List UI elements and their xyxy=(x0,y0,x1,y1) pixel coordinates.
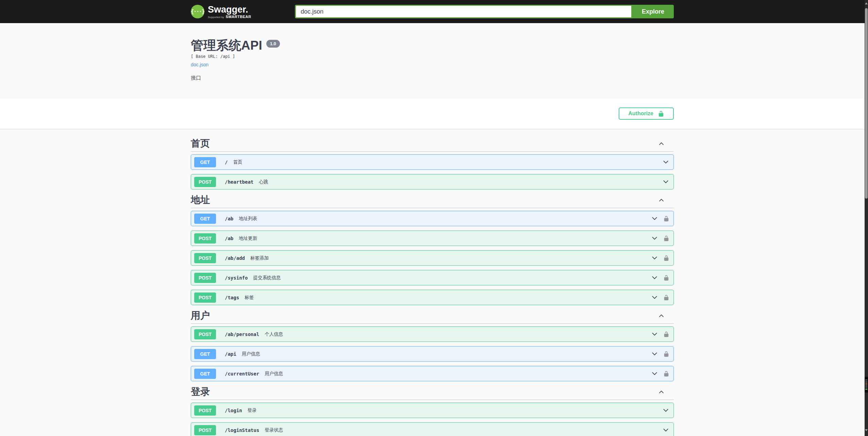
spec-url-input[interactable] xyxy=(295,5,632,18)
lock-icon[interactable] xyxy=(663,275,669,281)
section-header[interactable]: 用户 xyxy=(191,309,674,324)
scrollbar-up-button[interactable] xyxy=(865,2,868,4)
explore-button[interactable]: Explore xyxy=(632,5,674,18)
page-title: 管理系统API 1.0 xyxy=(191,38,674,53)
chevron-down-icon[interactable] xyxy=(662,407,669,414)
endpoint-row[interactable]: POST /heartbeat 心跳 xyxy=(191,174,674,189)
chevron-down-icon[interactable] xyxy=(651,350,658,357)
chevron-down-icon[interactable] xyxy=(651,274,658,281)
api-description: 接口 xyxy=(191,75,674,81)
lock-icon[interactable] xyxy=(663,331,669,337)
lock-icon[interactable] xyxy=(663,235,669,241)
logo-braces-glyph: {···} xyxy=(191,9,204,15)
lock-icon[interactable] xyxy=(663,295,669,301)
method-badge: POST xyxy=(194,177,216,187)
endpoint-row[interactable]: GET / 首页 xyxy=(191,154,674,170)
chevron-down-icon[interactable] xyxy=(651,370,658,377)
method-badge: POST xyxy=(194,233,216,244)
endpoint-path: /api xyxy=(225,351,236,357)
api-info-section: 管理系统API 1.0 [ Base URL: /api ] doc.json … xyxy=(0,23,865,98)
method-badge: POST xyxy=(194,405,216,416)
lock-icon[interactable] xyxy=(663,216,669,222)
endpoint-summary: 标签 xyxy=(245,295,254,301)
method-badge: POST xyxy=(194,425,216,435)
endpoint-path: /sysinfo xyxy=(225,275,248,281)
endpoint-list: GET /ab 地址列表 POST /ab 地址更新 POST /ab/add … xyxy=(191,208,674,305)
section-header[interactable]: 首页 xyxy=(191,137,674,152)
method-badge: POST xyxy=(194,329,216,339)
page-scrollbar[interactable] xyxy=(865,0,868,436)
endpoint-summary: 用户信息 xyxy=(265,371,283,377)
chevron-down-icon[interactable] xyxy=(651,235,658,242)
section-header[interactable]: 登录 xyxy=(191,386,674,400)
swagger-logo-icon: {···} xyxy=(191,5,204,18)
chevron-down-icon[interactable] xyxy=(651,331,658,338)
endpoint-path: /heartbeat xyxy=(225,179,253,185)
spec-link[interactable]: doc.json xyxy=(191,62,208,67)
endpoint-path: /currentUser xyxy=(225,371,259,376)
base-url: [ Base URL: /api ] xyxy=(191,54,674,59)
endpoint-row[interactable]: POST /ab 地址更新 xyxy=(191,231,674,246)
method-badge: POST xyxy=(194,253,216,263)
method-badge: POST xyxy=(194,292,216,303)
scrollbar-thumb[interactable] xyxy=(865,8,868,199)
api-title-text: 管理系统API xyxy=(191,38,262,53)
section-header[interactable]: 地址 xyxy=(191,194,674,208)
chevron-down-icon[interactable] xyxy=(651,215,658,222)
chevron-down-icon[interactable] xyxy=(662,178,669,185)
authorize-button[interactable]: Authorize xyxy=(619,107,674,120)
operations-list: 首页 GET / 首页 POST /heartbeat 心跳 xyxy=(191,129,674,436)
endpoint-list: POST /login 登录 POST /loginStatus 登录状态 xyxy=(191,400,674,436)
endpoint-path: /tags xyxy=(225,295,239,300)
authorize-label: Authorize xyxy=(628,111,653,117)
topbar: {···} Swagger. Supported by SMARTBEAR Ex… xyxy=(0,0,865,23)
chevron-up-icon[interactable] xyxy=(658,313,665,319)
endpoint-summary: 标签添加 xyxy=(250,255,269,261)
endpoint-path: /login xyxy=(225,408,242,413)
chevron-down-icon[interactable] xyxy=(662,158,669,166)
logo-wordmark: Swagger. xyxy=(208,5,251,14)
logo-tagline: Supported by SMARTBEAR xyxy=(208,15,251,19)
chevron-up-icon[interactable] xyxy=(658,389,665,395)
endpoint-row[interactable]: POST /login 登录 xyxy=(191,403,674,418)
chevron-up-icon[interactable] xyxy=(658,197,665,203)
lock-icon[interactable] xyxy=(663,351,669,357)
endpoint-row[interactable]: GET /currentUser 用户信息 xyxy=(191,366,674,381)
endpoint-summary: 心跳 xyxy=(259,179,268,185)
endpoint-summary: 地址列表 xyxy=(239,216,257,222)
swagger-ui-page: {···} Swagger. Supported by SMARTBEAR Ex… xyxy=(0,0,865,436)
endpoint-summary: 提交系统信息 xyxy=(253,275,281,281)
lock-icon[interactable] xyxy=(663,255,669,261)
chevron-down-icon[interactable] xyxy=(662,426,669,434)
endpoint-list: POST /ab/personal 个人信息 GET /api 用户信息 GET… xyxy=(191,324,674,381)
method-badge: POST xyxy=(194,273,216,283)
api-section: 首页 GET / 首页 POST /heartbeat 心跳 xyxy=(191,137,674,189)
method-badge: GET xyxy=(194,157,216,167)
api-section: 地址 GET /ab 地址列表 POST /ab 地址更新 xyxy=(191,194,674,305)
section-title: 首页 xyxy=(191,137,210,150)
endpoint-row[interactable]: POST /loginStatus 登录状态 xyxy=(191,422,674,436)
endpoint-path: / xyxy=(225,160,228,165)
endpoint-row[interactable]: POST /ab/add 标签添加 xyxy=(191,250,674,266)
endpoint-row[interactable]: GET /ab 地址列表 xyxy=(191,211,674,226)
chevron-down-icon[interactable] xyxy=(651,294,658,301)
chevron-up-icon[interactable] xyxy=(658,140,665,147)
endpoint-row[interactable]: POST /ab/personal 个人信息 xyxy=(191,326,674,342)
api-section: 用户 POST /ab/personal 个人信息 GET /api 用户信息 xyxy=(191,309,674,381)
endpoint-summary: 首页 xyxy=(233,159,242,165)
swagger-logo[interactable]: {···} Swagger. Supported by SMARTBEAR xyxy=(191,5,251,19)
endpoint-summary: 用户信息 xyxy=(242,351,260,357)
scrollbar-annotation-marker xyxy=(865,377,868,392)
endpoint-path: /ab xyxy=(225,216,233,221)
endpoint-row[interactable]: POST /tags 标签 xyxy=(191,290,674,305)
scrollbar-down-button[interactable] xyxy=(865,429,868,431)
endpoint-summary: 登录状态 xyxy=(265,427,283,433)
endpoint-row[interactable]: GET /api 用户信息 xyxy=(191,346,674,362)
endpoint-row[interactable]: POST /sysinfo 提交系统信息 xyxy=(191,270,674,285)
scheme-container: Authorize xyxy=(0,98,865,129)
method-badge: GET xyxy=(194,349,216,359)
endpoint-summary: 地址更新 xyxy=(239,235,257,241)
lock-icon[interactable] xyxy=(663,371,669,377)
section-title: 登录 xyxy=(191,386,210,398)
chevron-down-icon[interactable] xyxy=(651,254,658,262)
